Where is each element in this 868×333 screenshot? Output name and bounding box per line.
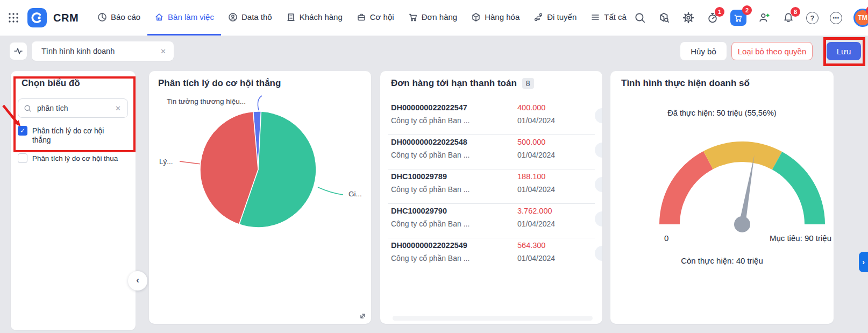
chart-option-thua[interactable]: Phân tích lý do cơ hội thua — [18, 153, 133, 163]
pie-leader-line-0 — [258, 96, 262, 110]
gauge-remaining-label: Còn thực hiện: 40 triệu — [610, 256, 834, 265]
nav-item-khach-hang[interactable]: Khách hàng — [279, 0, 350, 36]
checkbox-unchecked-icon[interactable] — [18, 153, 27, 163]
chart-picker-title: Chọn biểu đồ — [22, 78, 80, 89]
gauge-band-2 — [772, 152, 825, 224]
resize-handle-icon[interactable] — [359, 312, 367, 320]
dashboard-tab[interactable]: Tình hình kinh doanh ✕ — [32, 41, 174, 61]
chart-search-box: ✕ — [18, 98, 128, 118]
wallet-icon — [357, 12, 366, 22]
row-divider — [388, 134, 595, 135]
pie-chart — [149, 71, 371, 324]
row-divider — [388, 169, 595, 169]
order-date: 01/04/2024 — [517, 116, 555, 125]
save-button[interactable]: Lưu — [827, 42, 861, 60]
home-icon — [154, 12, 164, 22]
gauge-band-1 — [703, 141, 782, 169]
dashboard-activity-button[interactable] — [10, 42, 27, 60]
row-divider — [388, 203, 595, 204]
nav-item-di-tuyen[interactable]: Đi tuyến — [527, 0, 584, 36]
chart-option-label: Phân tích lý do cơ hội thắng — [32, 126, 123, 145]
timer-badge: 1 — [715, 7, 724, 17]
checkbox-checked-icon[interactable]: ✓ — [18, 126, 27, 136]
search-icon[interactable] — [634, 11, 646, 24]
gauge-chart — [610, 71, 834, 324]
timer-icon[interactable]: 1 — [706, 11, 719, 24]
route-icon — [533, 12, 543, 22]
order-code: DH000000022022549 — [391, 241, 467, 250]
pie-label-tin-tuong: Tin tưởng thương hiệu... — [167, 97, 246, 105]
bell-icon[interactable]: 8 — [782, 11, 795, 24]
order-row[interactable]: DH000000022022547 Công ty cổ phần Ban ..… — [391, 103, 602, 134]
box-icon — [471, 12, 481, 22]
order-amount: 400.000 — [517, 103, 545, 112]
order-company: Công ty cổ phần Ban ... — [391, 151, 469, 159]
brand-title: CRM — [53, 12, 79, 24]
gauge-knob — [734, 216, 750, 232]
nav-label: Đi tuyến — [547, 12, 577, 22]
nav-item-ban-lam-viec[interactable]: Bàn làm việc — [147, 0, 221, 36]
order-code: DH000000022022548 — [391, 138, 467, 146]
collapse-sidebar-button[interactable]: ‹ — [128, 271, 147, 291]
nav-label: Tất cả — [604, 12, 627, 22]
nav-item-hang-hoa[interactable]: Hàng hóa — [464, 0, 527, 36]
help-icon[interactable]: ? — [806, 12, 819, 24]
order-amount: 500.000 — [517, 138, 545, 146]
gauge-band-0 — [659, 151, 713, 224]
nav-label: Bàn làm việc — [168, 12, 214, 22]
menu-icon — [590, 12, 600, 22]
crm-logo-icon[interactable] — [27, 8, 47, 27]
order-row[interactable]: DH000000022022549 Công ty cổ phần Ban ..… — [391, 241, 602, 272]
nav-item-tat-ca[interactable]: Tất cả — [584, 0, 634, 36]
cart-icon — [408, 12, 418, 22]
order-company: Công ty cổ phần Ban ... — [391, 219, 469, 228]
app-grid-icon[interactable] — [8, 11, 19, 24]
order-row[interactable]: DHC100029790 Công ty cổ phần Ban ... 3.7… — [391, 207, 602, 238]
cancel-button[interactable]: Hủy bỏ — [680, 42, 727, 60]
chevron-left-icon: ‹ — [136, 275, 139, 286]
nav-item-data-tho[interactable]: Data thô — [221, 0, 279, 36]
nav-label: Hàng hóa — [485, 12, 520, 22]
clear-search-icon[interactable]: ✕ — [114, 103, 122, 114]
order-amount: 564.300 — [517, 241, 545, 250]
close-tab-icon[interactable]: ✕ — [159, 46, 167, 56]
nav-label: Báo cáo — [111, 12, 140, 22]
chart-search-input[interactable] — [36, 103, 110, 113]
avatar[interactable]: TM 1 — [853, 9, 868, 27]
pie-leader-line-1 — [318, 187, 343, 195]
order-avatar — [595, 246, 602, 261]
order-avatar — [595, 143, 602, 158]
horizontal-scrollbar[interactable] — [393, 316, 593, 321]
chart-picker-panel: Chọn biểu đồ ✕ ✓ Phân tích lý do cơ hội … — [11, 71, 136, 330]
order-date: 01/04/2024 — [517, 254, 555, 263]
order-amount: 188.100 — [517, 172, 545, 181]
remove-by-permission-button[interactable]: Loại bỏ theo quyền — [731, 42, 813, 60]
pie-chart-icon — [97, 12, 107, 22]
order-row[interactable]: DH000000022022548 Công ty cổ phần Ban ..… — [391, 138, 602, 169]
main-nav: Báo cáo Bàn làm việc Data thô Khách hàng… — [90, 0, 634, 36]
order-avatar — [595, 177, 602, 192]
order-code: DH000000022022547 — [391, 103, 467, 112]
order-avatar — [595, 108, 602, 123]
more-icon[interactable]: ⋯ — [830, 12, 842, 24]
topbar-actions: 1 2 8 ? ⋯ TM 1 — [634, 9, 868, 27]
nav-item-bao-cao[interactable]: Báo cáo — [90, 0, 147, 36]
nav-label: Data thô — [241, 12, 272, 22]
nav-item-co-hoi[interactable]: Cơ hội — [350, 0, 401, 36]
gauge-min-label: 0 — [664, 233, 668, 243]
expand-panel-tab[interactable]: › — [859, 252, 868, 272]
add-user-icon[interactable] — [758, 11, 771, 24]
gear-icon[interactable] — [682, 11, 695, 24]
cart-badge: 2 — [742, 5, 752, 15]
order-row[interactable]: DHC100029789 Công ty cổ phần Ban ... 188… — [391, 172, 602, 203]
building-icon — [286, 12, 296, 22]
bell-badge: 8 — [791, 7, 800, 17]
nav-label: Cơ hội — [370, 12, 394, 22]
chart-option-thang[interactable]: ✓ Phân tích lý do cơ hội thắng — [18, 126, 129, 145]
package-search-icon[interactable] — [658, 11, 671, 24]
nav-label: Đơn hàng — [422, 12, 458, 22]
cart-button[interactable]: 2 — [730, 10, 746, 26]
avatar-initials: TM — [858, 14, 867, 22]
gauge-needle — [739, 155, 755, 225]
nav-item-don-hang[interactable]: Đơn hàng — [401, 0, 465, 36]
